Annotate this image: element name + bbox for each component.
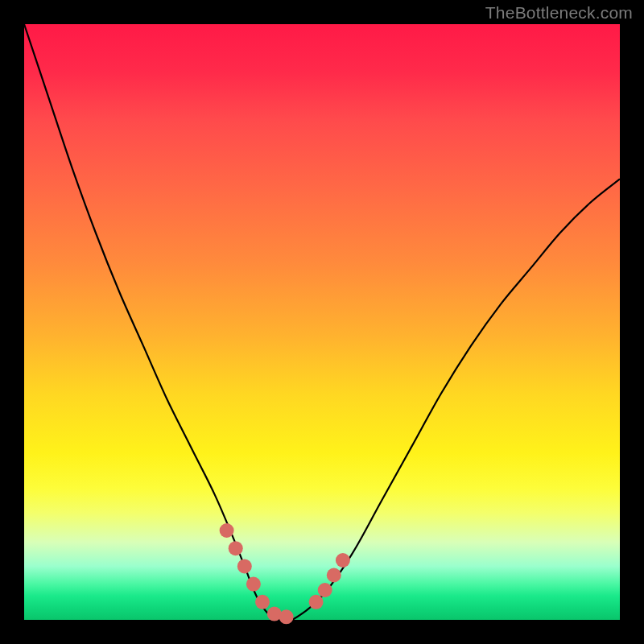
data-marker	[309, 595, 324, 609]
data-marker	[220, 523, 234, 538]
data-marker	[318, 583, 332, 597]
data-marker	[237, 559, 252, 573]
data-marker	[327, 568, 341, 583]
data-marker	[255, 595, 270, 609]
data-marker	[279, 609, 294, 624]
curve-line	[24, 24, 620, 621]
bottleneck-curve	[24, 24, 620, 620]
plot-area	[24, 24, 620, 620]
watermark-text: TheBottleneck.com	[485, 3, 633, 23]
data-marker	[246, 577, 261, 592]
chart-frame: TheBottleneck.com	[0, 0, 644, 644]
data-marker	[336, 553, 350, 568]
data-marker	[229, 541, 243, 555]
